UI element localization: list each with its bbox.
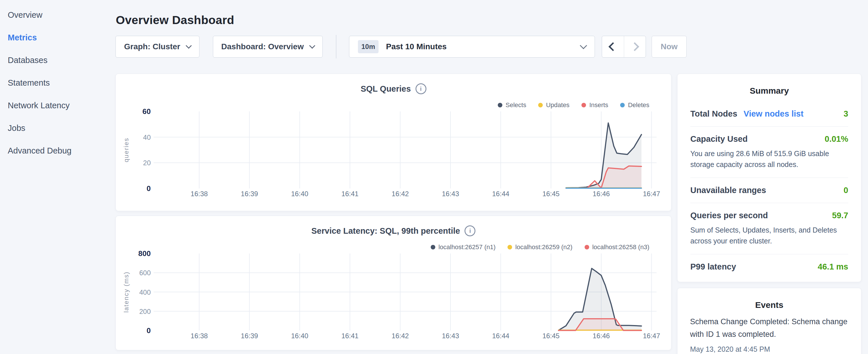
summary-title: Summary <box>690 86 848 96</box>
legend-dot <box>507 245 512 250</box>
svg-text:600: 600 <box>139 269 151 277</box>
chevron-left-icon <box>608 42 617 51</box>
sidebar-item-databases[interactable]: Databases <box>8 49 108 72</box>
svg-text:16:46: 16:46 <box>593 190 610 198</box>
sidebar-item-overview[interactable]: Overview <box>8 4 108 26</box>
controls-divider <box>336 35 336 58</box>
time-range-dropdown[interactable]: 10m Past 10 Minutes <box>349 36 595 58</box>
event-item-text: Schema Change Completed: Schema change w… <box>690 316 848 341</box>
page-title: Overview Dashboard <box>116 13 234 27</box>
summary-label: Queries per second <box>690 211 768 220</box>
chevron-down-icon <box>309 42 315 49</box>
sql-queries-plot[interactable]: 020406016:3816:3916:4016:4116:4216:4316:… <box>116 74 672 211</box>
chevron-right-icon <box>630 42 639 51</box>
svg-text:40: 40 <box>143 133 151 141</box>
sql-queries-chart-card: SQL Queries Selects Updates Inserts Dele… <box>116 74 672 211</box>
summary-description: Sum of Selects, Updates, Inserts, and De… <box>690 225 848 246</box>
summary-row-queries-per-second: Queries per second 59.7 Sum of Selects, … <box>690 203 848 254</box>
svg-text:16:41: 16:41 <box>341 190 359 198</box>
summary-label: P99 latency <box>690 262 736 271</box>
svg-text:200: 200 <box>139 308 151 315</box>
summary-row-p99-latency: P99 latency 46.1 ms <box>690 254 848 279</box>
svg-text:16:41: 16:41 <box>341 332 359 340</box>
graph-dropdown-label: Graph: Cluster <box>124 42 180 51</box>
view-nodes-list-link[interactable]: View nodes list <box>744 109 804 119</box>
event-item-timestamp: May 13, 2020 at 4:45 PM <box>690 345 848 353</box>
graph-dropdown[interactable]: Graph: Cluster <box>116 36 199 58</box>
legend-item: localhost:26258 (n3) <box>585 244 649 251</box>
chart-legend: Selects Updates Inserts Deletes <box>498 101 649 109</box>
chevron-down-icon <box>580 42 587 49</box>
chevron-down-icon <box>186 42 192 49</box>
svg-text:20: 20 <box>143 159 151 167</box>
legend-dot <box>582 103 586 107</box>
legend-dot <box>538 103 543 107</box>
dashboard-dropdown[interactable]: Dashboard: Overview <box>213 36 323 58</box>
svg-text:16:38: 16:38 <box>191 332 208 340</box>
service-latency-chart-card: Service Latency: SQL, 99th percentile lo… <box>116 216 672 350</box>
svg-text:800: 800 <box>138 249 151 258</box>
legend-label: localhost:26257 (n1) <box>438 244 495 251</box>
summary-row-total-nodes: Total Nodes View nodes list 3 <box>690 101 848 127</box>
next-time-button[interactable] <box>624 36 646 57</box>
legend-item: Selects <box>498 101 526 109</box>
svg-text:16:45: 16:45 <box>542 332 560 340</box>
svg-text:16:43: 16:43 <box>442 190 459 198</box>
legend-label: Selects <box>505 101 526 109</box>
sidebar-item-network-latency[interactable]: Network Latency <box>8 94 108 117</box>
info-icon[interactable] <box>465 225 475 236</box>
events-panel: Events Schema Change Completed: Schema c… <box>677 288 861 354</box>
legend-item: localhost:26259 (n2) <box>507 244 572 251</box>
info-icon[interactable] <box>415 83 426 94</box>
summary-panel: Summary Total Nodes View nodes list 3 Ca… <box>677 74 861 282</box>
svg-text:16:42: 16:42 <box>392 190 409 198</box>
summary-value: 46.1 ms <box>818 262 848 271</box>
summary-label: Total Nodes <box>690 109 737 119</box>
time-range-badge: 10m <box>358 40 378 53</box>
svg-text:400: 400 <box>139 288 151 296</box>
dashboard-dropdown-label: Dashboard: Overview <box>221 42 304 51</box>
summary-description: You are using 28.6 MiB of 515.9 GiB usab… <box>690 148 848 170</box>
sidebar-item-jobs[interactable]: Jobs <box>8 117 108 139</box>
chart-title: SQL Queries <box>361 84 411 94</box>
summary-value: 0 <box>844 186 848 195</box>
chart-legend: localhost:26257 (n1) localhost:26259 (n2… <box>431 244 649 251</box>
svg-text:16:39: 16:39 <box>241 190 258 198</box>
events-title: Events <box>690 300 848 310</box>
summary-label: Unavailable ranges <box>690 186 766 195</box>
summary-label: Capacity Used <box>690 134 748 144</box>
time-range-label: Past 10 Minutes <box>386 42 574 51</box>
summary-value: 59.7 <box>832 211 848 220</box>
prev-time-button[interactable] <box>602 36 624 57</box>
legend-item: Deletes <box>620 101 649 109</box>
legend-item: localhost:26257 (n1) <box>431 244 495 251</box>
legend-dot <box>620 103 625 107</box>
svg-text:16:44: 16:44 <box>492 332 509 340</box>
svg-text:0: 0 <box>147 184 151 193</box>
legend-item: Updates <box>538 101 569 109</box>
svg-text:16:40: 16:40 <box>291 190 308 198</box>
time-pager <box>602 36 646 58</box>
svg-text:16:47: 16:47 <box>643 190 660 198</box>
legend-dot <box>431 245 435 250</box>
now-button[interactable]: Now <box>652 36 687 58</box>
svg-text:16:43: 16:43 <box>442 332 459 340</box>
svg-text:16:45: 16:45 <box>542 190 560 198</box>
chart-title: Service Latency: SQL, 99th percentile <box>311 226 460 236</box>
summary-row-capacity-used: Capacity Used 0.01% You are using 28.6 M… <box>690 127 848 178</box>
legend-label: localhost:26258 (n3) <box>592 244 649 251</box>
app-root: Overview Metrics Databases Statements Ne… <box>0 0 868 354</box>
summary-value: 0.01% <box>825 134 848 144</box>
svg-text:16:39: 16:39 <box>241 332 258 340</box>
legend-dot <box>585 245 589 250</box>
legend-item: Inserts <box>582 101 608 109</box>
sidebar-item-advanced-debug[interactable]: Advanced Debug <box>8 139 108 162</box>
sidebar-item-statements[interactable]: Statements <box>8 72 108 94</box>
legend-label: Inserts <box>589 101 608 109</box>
sidebar-item-metrics[interactable]: Metrics <box>8 26 108 49</box>
svg-text:16:44: 16:44 <box>492 190 509 198</box>
svg-text:60: 60 <box>143 107 151 116</box>
svg-text:0: 0 <box>147 326 151 335</box>
svg-text:latency (ms): latency (ms) <box>123 271 130 313</box>
svg-text:16:38: 16:38 <box>191 190 208 198</box>
